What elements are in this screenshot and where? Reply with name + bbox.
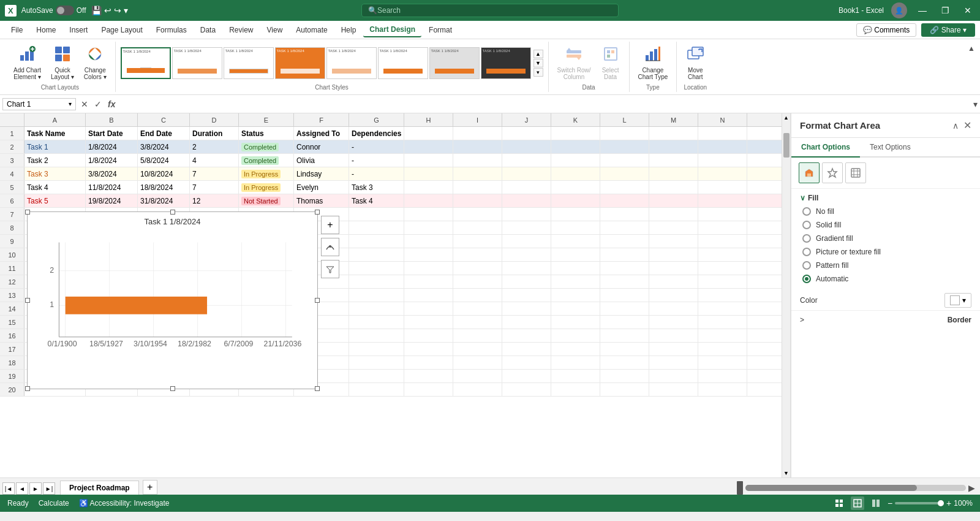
insert-function-button[interactable]: fx xyxy=(105,98,118,110)
fill-option-pattern[interactable]: Pattern fill xyxy=(802,261,971,270)
change-colors-button[interactable]: ChangeColors ▾ xyxy=(80,43,110,83)
cell-b6[interactable]: 19/8/2024 xyxy=(86,194,138,207)
scroll-down[interactable]: ▼ xyxy=(533,59,543,67)
resize-handle-tm[interactable] xyxy=(170,210,175,215)
formula-input[interactable] xyxy=(120,99,971,110)
cell-a6[interactable]: Task 5 xyxy=(24,194,86,207)
cell-c2[interactable]: 3/8/2024 xyxy=(138,140,190,153)
scroll-thumb[interactable] xyxy=(783,133,790,158)
cell-a2[interactable]: Task 1 xyxy=(24,140,86,153)
search-input[interactable] xyxy=(377,6,598,15)
name-box-dropdown[interactable]: ▾ xyxy=(69,101,72,107)
fill-option-no-fill[interactable]: No fill xyxy=(802,207,971,216)
normal-view-button[interactable] xyxy=(832,496,846,510)
save-button[interactable]: 💾 xyxy=(91,6,102,15)
scroll-more[interactable]: ▾ xyxy=(533,68,543,77)
col-header-j[interactable]: J xyxy=(502,113,551,126)
cell-c1[interactable]: End Date xyxy=(138,127,190,140)
cell-c3[interactable]: 5/8/2024 xyxy=(138,154,190,167)
chart-style-7[interactable]: TASK 1 1/8/2024 xyxy=(429,47,480,79)
menu-page-layout[interactable]: Page Layout xyxy=(95,23,148,37)
page-layout-view-button[interactable] xyxy=(851,496,864,510)
col-header-h[interactable]: H xyxy=(404,113,453,126)
resize-handle-bm[interactable] xyxy=(170,386,175,391)
page-break-view-button[interactable] xyxy=(869,496,883,510)
chart-style-3[interactable]: TASK 1 1/8/2024 xyxy=(224,47,274,79)
scroll-up-arrow[interactable]: ▲ xyxy=(783,115,789,121)
resize-handle-br[interactable] xyxy=(315,386,320,391)
close-button[interactable]: ✕ xyxy=(960,4,975,17)
size-icon-button[interactable] xyxy=(845,162,866,183)
tab-chart-options[interactable]: Chart Options xyxy=(791,138,860,158)
chart-bar-task1[interactable] xyxy=(66,297,207,314)
cell-d4[interactable]: 7 xyxy=(190,167,239,180)
add-chart-element-button[interactable]: Add ChartElement ▾ xyxy=(10,43,45,83)
cell-d3[interactable]: 4 xyxy=(190,154,239,167)
menu-chart-design[interactable]: Chart Design xyxy=(363,23,421,37)
cell-g2[interactable]: - xyxy=(349,140,404,153)
zoom-out-button[interactable]: − xyxy=(888,498,892,508)
chart-filters-button[interactable] xyxy=(321,260,339,278)
share-button[interactable]: 🔗 Share ▾ xyxy=(921,23,975,37)
menu-help[interactable]: Help xyxy=(335,23,363,37)
cell-b5[interactable]: 11/8/2024 xyxy=(86,181,138,194)
cell-e1[interactable]: Status xyxy=(239,127,294,140)
chart-styles-button[interactable] xyxy=(321,238,339,256)
zoom-in-button[interactable]: + xyxy=(946,498,951,508)
chart-style-2[interactable]: TASK 1 1/8/2024 xyxy=(172,47,222,79)
cell-b1[interactable]: Start Date xyxy=(86,127,138,140)
switch-row-col-button[interactable]: Switch Row/Column xyxy=(554,43,595,83)
cell-c5[interactable]: 18/8/2024 xyxy=(138,181,190,194)
tab-nav-first[interactable]: |◄ xyxy=(2,482,15,495)
fill-effects-icon-button[interactable] xyxy=(799,162,820,183)
color-picker-button[interactable]: ▾ xyxy=(944,293,971,308)
resize-handle-tl[interactable] xyxy=(25,210,30,215)
cell-a5[interactable]: Task 4 xyxy=(24,181,86,194)
menu-view[interactable]: View xyxy=(261,23,289,37)
menu-data[interactable]: Data xyxy=(194,23,222,37)
cell-g3[interactable]: - xyxy=(349,154,404,167)
resize-handle-bl[interactable] xyxy=(25,386,30,391)
zoom-slider[interactable] xyxy=(895,502,944,504)
scroll-up[interactable]: ▲ xyxy=(533,50,543,58)
cell-d1[interactable]: Duration xyxy=(190,127,239,140)
tab-nav-last[interactable]: ►| xyxy=(43,482,55,495)
tab-text-options[interactable]: Text Options xyxy=(860,138,921,158)
col-header-f[interactable]: F xyxy=(294,113,349,126)
menu-file[interactable]: File xyxy=(5,23,29,37)
cell-d2[interactable]: 2 xyxy=(190,140,239,153)
cell-c4[interactable]: 10/8/2024 xyxy=(138,167,190,180)
cell-e3[interactable]: Completed xyxy=(239,154,294,167)
vertical-scrollbar[interactable]: ▲ ▼ xyxy=(782,113,790,477)
col-header-n[interactable]: N xyxy=(698,113,747,126)
cell-f2[interactable]: Connor xyxy=(294,140,349,153)
cell-d6[interactable]: 12 xyxy=(190,194,239,207)
cell-b2[interactable]: 1/8/2024 xyxy=(86,140,138,153)
name-box[interactable]: Chart 1 ▾ xyxy=(2,98,76,110)
move-chart-button[interactable]: MoveChart xyxy=(682,43,709,83)
chart-style-4[interactable]: TASK 1 1/8/2024 xyxy=(275,47,325,79)
cell-f4[interactable]: Lindsay xyxy=(294,167,349,180)
cell-e4[interactable]: In Progress xyxy=(239,167,294,180)
cell-f3[interactable]: Olivia xyxy=(294,154,349,167)
chart-style-6[interactable]: TASK 1 1/8/2024 xyxy=(378,47,428,79)
fill-section-toggle[interactable]: ∨ Fill xyxy=(800,194,971,202)
horizontal-scrollbar[interactable] xyxy=(745,485,966,491)
cell-b4[interactable]: 3/8/2024 xyxy=(86,167,138,180)
cell-a3[interactable]: Task 2 xyxy=(24,154,86,167)
cell-b3[interactable]: 1/8/2024 xyxy=(86,154,138,167)
border-section[interactable]: > Border xyxy=(791,310,980,329)
chart-add-elements-button[interactable]: + xyxy=(321,216,339,234)
panel-close-button[interactable]: ✕ xyxy=(963,120,971,131)
cell-f6[interactable]: Thomas xyxy=(294,194,349,207)
cell-g4[interactable]: - xyxy=(349,167,404,180)
menu-home[interactable]: Home xyxy=(30,23,62,37)
customize-button[interactable]: ▾ xyxy=(124,6,128,15)
cell-g5[interactable]: Task 3 xyxy=(349,181,404,194)
chart-style-5[interactable]: TASK 1 1/8/2024 xyxy=(326,47,377,79)
cancel-formula-button[interactable]: ✕ xyxy=(78,98,91,110)
expand-formula-button[interactable]: ▾ xyxy=(973,99,978,109)
col-header-a[interactable]: A xyxy=(24,113,86,126)
menu-formulas[interactable]: Formulas xyxy=(150,23,193,37)
chart-style-1[interactable]: TASK 1 1/8/2024 xyxy=(121,47,171,79)
